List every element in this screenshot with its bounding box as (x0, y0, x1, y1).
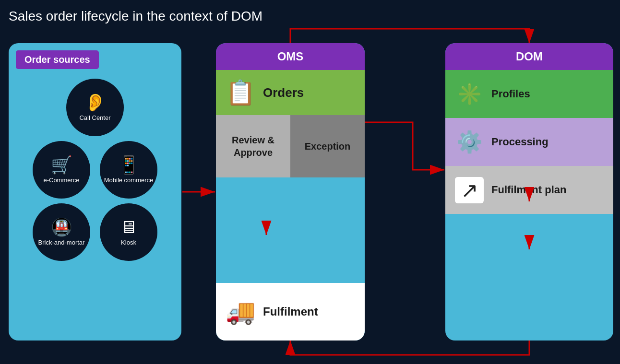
order-sources-box: Order sources 👂 Call Center 🛒 e-Commerce… (9, 43, 181, 341)
review-approve-label: Review & Approve (221, 134, 286, 159)
source-brick: 🚇 Brick-and-mortar (33, 203, 90, 261)
profiles-label: Profiles (491, 88, 530, 100)
oms-fulfilment-label: Fulfilment (263, 305, 318, 318)
dom-box: DOM ✳️ Profiles ⚙️ Processing ↗ Fulfilme… (445, 43, 613, 341)
ecommerce-icon: 🛒 (51, 156, 72, 174)
processing-gears-icon: ⚙️ (455, 129, 484, 154)
icons-row-2: 🛒 e-Commerce 📱 Mobile commerce (33, 141, 157, 199)
order-sources-label: Order sources (16, 50, 99, 69)
dom-fulfilment-plan-section: ↗ Fulfilment plan (445, 166, 613, 214)
oms-orders-section: 📋 Orders (216, 70, 365, 115)
kiosk-label: Kiosk (121, 239, 136, 246)
ecommerce-label: e-Commerce (43, 176, 79, 184)
review-approve-box: Review & Approve (216, 115, 290, 177)
source-mobile: 📱 Mobile commerce (100, 141, 157, 199)
oms-middle-section: Review & Approve Exception (216, 115, 365, 177)
exception-label: Exception (305, 141, 351, 152)
fulfilment-plan-label: Fulfilment plan (491, 184, 566, 196)
dom-header: DOM (445, 43, 613, 70)
orders-icon: 📋 (226, 79, 255, 106)
profiles-puzzle-icon: ✳️ (455, 82, 484, 106)
icons-row-3: 🚇 Brick-and-mortar 🖥 Kiosk (33, 203, 157, 261)
source-kiosk: 🖥 Kiosk (100, 203, 157, 261)
orders-label: Orders (263, 85, 304, 100)
source-call-center: 👂 Call Center (66, 79, 124, 136)
dom-profiles-section: ✳️ Profiles (445, 70, 613, 118)
kiosk-icon: 🖥 (120, 219, 137, 236)
oms-box: OMS 📋 Orders Review & Approve Exception … (216, 43, 365, 341)
brick-icon: 🚇 (51, 219, 72, 236)
dom-gap (445, 214, 613, 341)
oms-spacer (216, 177, 365, 283)
fulfilment-plan-icon: ↗ (455, 177, 484, 203)
processing-label: Processing (491, 136, 548, 148)
oms-header: OMS (216, 43, 365, 70)
brick-label: Brick-and-mortar (38, 239, 85, 246)
fulfilment-truck-icon: 🚚 (226, 298, 255, 326)
call-center-icon: 👂 (84, 94, 106, 111)
dom-processing-section: ⚙️ Processing (445, 118, 613, 166)
page-title: Sales order lifecycle in the context of … (9, 9, 262, 24)
icons-grid: 👂 Call Center 🛒 e-Commerce 📱 Mobile comm… (16, 79, 174, 261)
call-center-label: Call Center (79, 114, 110, 121)
source-ecommerce: 🛒 e-Commerce (33, 141, 90, 199)
mobile-label: Mobile commerce (104, 176, 154, 184)
oms-fulfilment-section: 🚚 Fulfilment (216, 283, 365, 341)
exception-box: Exception (290, 115, 365, 177)
icons-row-1: 👂 Call Center (66, 79, 124, 136)
mobile-icon: 📱 (118, 156, 140, 174)
